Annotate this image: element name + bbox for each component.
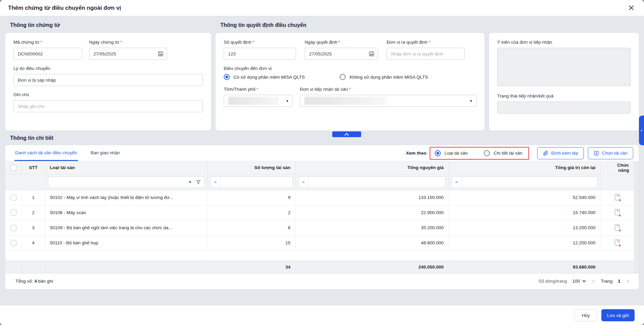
remaining-filter-input[interactable] xyxy=(462,177,597,188)
dialog-action-bar: Hủy Lưu và gửi xyxy=(0,306,644,325)
view-by-asset-type-label: Loại tài sản xyxy=(444,151,468,156)
select-all-checkbox[interactable] xyxy=(10,165,16,171)
col-remaining: Tổng giá trị còn lại xyxy=(448,161,600,174)
details-heading: Thông tin chi tiết xyxy=(0,130,644,145)
chevron-down-icon: ▾ xyxy=(470,99,472,103)
chevron-up-icon xyxy=(344,133,349,136)
row-qty: 9 xyxy=(207,190,295,205)
qty-filter-input[interactable] xyxy=(221,177,292,188)
row-cost: 22.900.000 xyxy=(295,205,448,220)
note-label: Ghi chú xyxy=(13,92,203,97)
row-checkbox[interactable] xyxy=(10,240,16,246)
prev-page-button[interactable]: < xyxy=(591,279,595,284)
required-asterisk: * xyxy=(257,87,258,92)
row-remaining: 12.200.000 xyxy=(448,235,600,250)
reason-label: Lý do điều chuyển xyxy=(13,66,203,71)
current-page: 1 xyxy=(618,279,620,284)
row-qty: 2 xyxy=(207,205,295,220)
save-and-send-button[interactable]: Lưu và gửi xyxy=(601,309,635,321)
close-icon[interactable]: ✕ xyxy=(628,4,635,12)
scrollbar-track xyxy=(634,190,639,205)
row-asset-type: 50109 - Bộ bàn ghế ngồi làm việc trang b… xyxy=(45,220,207,235)
tab-handover[interactable]: Ban giao nhận xyxy=(90,145,121,161)
top-form-area: Thông tin chứng từ Mã chứng từ* Ngày chứ… xyxy=(0,16,644,130)
rows-per-page-label: Số dòng/trang xyxy=(539,279,567,284)
row-stt: 4 xyxy=(22,235,45,250)
record-count-value: 4 xyxy=(34,279,37,284)
table-row: 4 50110 - Bộ bàn ghế họp 15 48.800.000 1… xyxy=(5,235,639,250)
table-header-row: STT Loại tài sản Số lượng tài sản Tổng n… xyxy=(5,161,639,174)
equals-operator[interactable]: = xyxy=(211,177,221,188)
col-asset-type: Loại tài sản xyxy=(45,161,207,174)
issuing-unit-input[interactable] xyxy=(387,48,465,60)
page-label: Trang xyxy=(601,279,613,284)
scrollbar-track xyxy=(634,174,639,190)
col-actions: Chức năng xyxy=(600,161,634,174)
radio-use-misa-label: Có sử dụng phần mềm MISA QLTS xyxy=(233,75,305,80)
doc-date-input[interactable] xyxy=(89,48,167,60)
asset-table: STT Loại tài sản Số lượng tài sản Tổng n… xyxy=(5,161,639,274)
receiver-opinion-textarea xyxy=(497,48,631,86)
remove-row-icon[interactable]: × xyxy=(615,209,620,215)
receiver-opinion-label: Ý kiến của đơn vị tiếp nhận xyxy=(497,40,631,45)
remove-row-icon[interactable]: × xyxy=(615,224,620,231)
row-checkbox[interactable] xyxy=(10,225,16,231)
chevron-left-icon: ‹ xyxy=(641,128,642,133)
scrollbar-track xyxy=(634,235,639,250)
receive-status-input xyxy=(497,101,631,114)
doc-code-input[interactable] xyxy=(13,48,82,60)
collapse-panel-button[interactable] xyxy=(332,131,361,137)
decision-info-heading: Thông tin quyết định điều chuyển xyxy=(216,19,484,33)
side-panel-handle[interactable]: ‹ xyxy=(639,116,644,145)
view-by-asset-detail[interactable]: Chi tiết tài sản xyxy=(484,150,522,156)
col-cost: Tổng nguyên giá xyxy=(295,161,448,174)
calendar-icon[interactable] xyxy=(369,51,375,58)
receiving-info-section: Ý kiến của đơn vị tiếp nhận Trạng thái t… xyxy=(489,19,639,130)
reason-input[interactable] xyxy=(13,74,203,86)
remove-row-icon[interactable]: × xyxy=(615,239,620,246)
decision-number-input[interactable] xyxy=(224,48,296,60)
next-page-button[interactable]: > xyxy=(626,279,630,284)
receiving-unit-select[interactable]: ▾ xyxy=(300,95,476,107)
misa-usage-radio-group: Có sử dụng phần mềm MISA QLTS Không sử d… xyxy=(224,74,476,80)
decision-date-input[interactable] xyxy=(305,48,378,60)
decision-info-section: Thông tin quyết định điều chuyển Số quyế… xyxy=(216,19,484,130)
row-remaining: 13.200.000 xyxy=(448,220,600,235)
cancel-button[interactable]: Hủy xyxy=(574,309,597,321)
choose-asset-button[interactable]: Chọn tài sản xyxy=(588,147,633,159)
note-input[interactable] xyxy=(13,100,203,112)
province-select[interactable]: ▾ xyxy=(224,95,293,107)
row-checkbox[interactable] xyxy=(10,210,16,216)
equals-operator[interactable]: = xyxy=(452,177,462,188)
table-row: 3 50109 - Bộ bàn ghế ngồi làm việc trang… xyxy=(5,220,639,235)
row-stt: 3 xyxy=(22,220,45,235)
transfer-to-label: Điều chuyển đến đơn vị xyxy=(224,66,476,71)
document-info-heading: Thông tin chứng từ xyxy=(5,19,211,33)
record-count: Tổng số: 4 bản ghi xyxy=(15,279,53,284)
chevron-down-icon xyxy=(582,280,586,282)
equals-operator[interactable]: = xyxy=(299,177,309,188)
asset-type-filter[interactable]: ▾ xyxy=(48,176,205,188)
scrollbar-track xyxy=(634,220,639,235)
view-by-asset-type[interactable]: Loại tài sản xyxy=(435,150,468,156)
view-by-asset-detail-label: Chi tiết tài sản xyxy=(493,151,522,156)
cost-filter-input[interactable] xyxy=(309,177,445,188)
attach-file-button[interactable]: Đính kèm tệp xyxy=(537,147,584,159)
row-checkbox[interactable] xyxy=(10,195,16,201)
required-asterisk: * xyxy=(349,87,350,92)
radio-no-misa[interactable]: Không sử dụng phần mềm MISA QLTS xyxy=(340,74,428,80)
pagination: Số dòng/trang 100 < Trang 1 > xyxy=(539,279,630,284)
rows-per-page-select[interactable]: 100 xyxy=(572,279,586,284)
calendar-icon[interactable] xyxy=(158,51,164,58)
tab-asset-list[interactable]: Danh sách tài sản điều chuyển xyxy=(14,145,78,161)
radio-selected-icon xyxy=(435,150,441,156)
scrollbar-track xyxy=(634,205,639,220)
receive-status-label: Trạng thái tiếp nhận/kết quả xyxy=(497,93,631,98)
radio-use-misa[interactable]: Có sử dụng phần mềm MISA QLTS xyxy=(224,74,305,80)
choose-asset-label: Chọn tài sản xyxy=(602,151,628,156)
issuing-unit-label: Đơn vị ra quyết định xyxy=(387,40,427,45)
scrollbar-track xyxy=(634,250,639,260)
row-stt: 2 xyxy=(22,205,45,220)
dialog-title: Thêm chứng từ điều chuyển ngoài đơn vị xyxy=(8,5,121,11)
remove-row-icon[interactable]: × xyxy=(615,194,620,200)
